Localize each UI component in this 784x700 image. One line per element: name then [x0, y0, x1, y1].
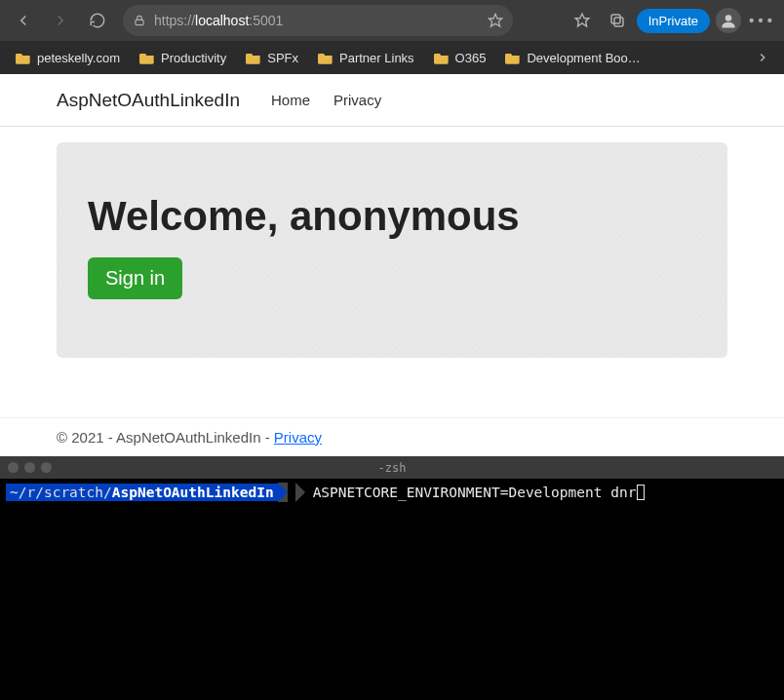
page-content: AspNetOAuthLinkedIn Home Privacy Welcome… — [0, 74, 784, 456]
lock-icon — [133, 14, 146, 27]
bookmarks-bar: peteskelly.com Productivity SPFx Partner… — [0, 41, 784, 74]
svg-point-7 — [759, 19, 763, 22]
svg-marker-1 — [489, 14, 501, 26]
prompt-arrow-icon — [295, 483, 305, 502]
url-text: https://localhost:5001 — [154, 13, 480, 28]
close-dot[interactable] — [8, 462, 19, 473]
svg-marker-2 — [575, 14, 589, 26]
bookmarks-overflow-button[interactable] — [749, 44, 776, 71]
bookmark-item[interactable]: Productivity — [132, 47, 234, 69]
prompt-arrow-icon — [278, 483, 288, 502]
bookmark-item[interactable]: SPFx — [238, 47, 306, 69]
terminal-cursor — [637, 485, 645, 500]
nav-privacy[interactable]: Privacy — [322, 92, 393, 108]
bookmark-label: Productivity — [161, 51, 226, 65]
folder-icon — [16, 51, 31, 64]
bookmark-item[interactable]: Development Boo… — [497, 47, 647, 69]
site-brand[interactable]: AspNetOAuthLinkedIn — [57, 90, 240, 111]
collections-button[interactable] — [602, 5, 633, 36]
terminal-title: -zsh — [378, 461, 407, 475]
refresh-button[interactable] — [82, 5, 113, 36]
window-controls[interactable] — [0, 462, 52, 473]
bookmark-label: O365 — [455, 51, 487, 65]
hero-heading: Welcome, anonymous — [88, 193, 696, 240]
footer-privacy-link[interactable]: Privacy — [274, 429, 322, 446]
back-button[interactable] — [8, 5, 39, 36]
signin-button[interactable]: Sign in — [88, 257, 182, 299]
profile-button[interactable] — [716, 8, 741, 33]
bookmark-label: peteskelly.com — [37, 51, 120, 65]
site-navbar: AspNetOAuthLinkedIn Home Privacy — [0, 74, 784, 127]
svg-point-6 — [750, 19, 754, 22]
minimize-dot[interactable] — [24, 462, 35, 473]
favorite-icon[interactable] — [488, 13, 503, 28]
svg-rect-4 — [614, 18, 623, 26]
terminal-body[interactable]: ~/r/scratch/AspNetOAuthLinkedIn ASPNETCO… — [0, 479, 784, 700]
forward-button[interactable] — [45, 5, 76, 36]
zoom-dot[interactable] — [41, 462, 52, 473]
terminal-command: ASPNETCORE_ENVIRONMENT=Development dnr — [305, 484, 637, 502]
folder-icon — [434, 51, 450, 64]
folder-icon — [505, 51, 521, 64]
address-bar[interactable]: https://localhost:5001 — [123, 5, 513, 36]
favorites-button[interactable] — [567, 5, 598, 36]
footer-text: © 2021 - AspNetOAuthLinkedIn - — [57, 429, 274, 446]
bookmark-item[interactable]: Partner Links — [310, 47, 422, 69]
svg-point-5 — [725, 15, 732, 21]
hero-panel: Welcome, anonymous Sign in — [57, 142, 727, 358]
browser-toolbar: https://localhost:5001 InPrivate — [0, 0, 784, 41]
inprivate-badge[interactable]: InPrivate — [637, 9, 710, 33]
terminal-line: ~/r/scratch/AspNetOAuthLinkedIn ASPNETCO… — [6, 483, 778, 502]
page-footer: © 2021 - AspNetOAuthLinkedIn - Privacy — [0, 417, 784, 456]
folder-icon — [318, 51, 333, 64]
svg-rect-0 — [136, 19, 143, 24]
prompt-path: ~/r/scratch/AspNetOAuthLinkedIn — [6, 484, 278, 502]
svg-point-8 — [767, 19, 771, 22]
folder-icon — [139, 51, 155, 64]
bookmark-label: Development Boo… — [527, 51, 640, 65]
nav-home[interactable]: Home — [259, 92, 322, 108]
bookmark-label: Partner Links — [339, 51, 414, 65]
terminal-titlebar: -zsh — [0, 456, 784, 479]
folder-icon — [246, 51, 261, 64]
bookmark-label: SPFx — [267, 51, 298, 65]
bookmark-item[interactable]: O365 — [426, 47, 494, 69]
bookmark-item[interactable]: peteskelly.com — [8, 47, 128, 69]
svg-rect-3 — [611, 15, 620, 23]
menu-button[interactable] — [745, 5, 776, 36]
